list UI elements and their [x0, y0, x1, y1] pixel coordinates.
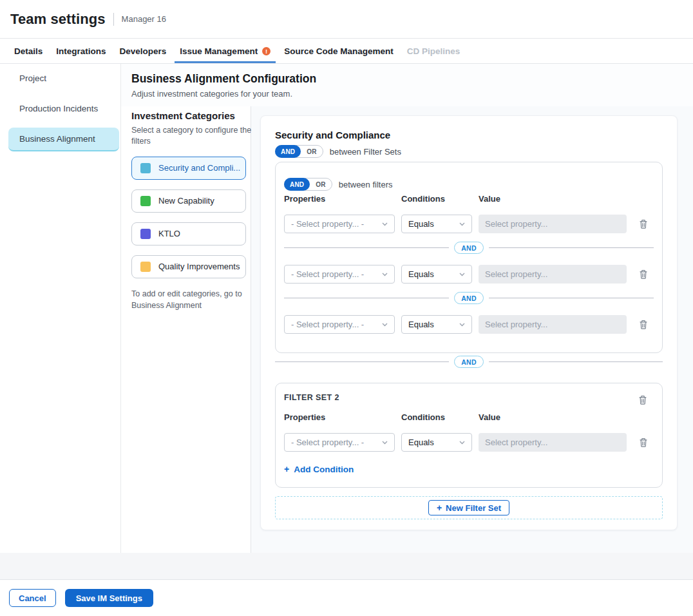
value-input[interactable]: Select property...	[479, 315, 627, 334]
tab-developers[interactable]: Developers	[120, 39, 167, 63]
section-title: Business Alignment Configuration	[131, 72, 683, 86]
tab-issue-management[interactable]: Issue Management !	[175, 39, 276, 63]
add-condition-button[interactable]: + Add Condition	[284, 465, 654, 474]
chevron-down-icon	[459, 273, 465, 276]
chevron-down-icon	[382, 222, 388, 226]
chevron-down-icon	[382, 441, 388, 445]
filter-row: - Select property... - Equals Select pro…	[284, 433, 654, 452]
chevron-down-icon	[459, 222, 465, 226]
category-color-swatch	[140, 163, 151, 173]
footer-spacer	[0, 553, 693, 580]
and-row-separator: AND	[284, 242, 654, 254]
value-input[interactable]: Select property...	[479, 433, 627, 452]
value-column-label: Value	[479, 412, 500, 422]
and-option[interactable]: AND	[275, 145, 301, 158]
category-ktlo[interactable]: KTLO	[131, 222, 246, 245]
action-footer: Cancel Save IM Settings	[0, 580, 693, 616]
sidebar-item-project[interactable]: Project	[8, 67, 119, 90]
category-color-swatch	[140, 262, 151, 272]
save-im-settings-button[interactable]: Save IM Settings	[65, 589, 153, 607]
value-input[interactable]: Select property...	[479, 265, 627, 284]
plus-icon: +	[437, 503, 442, 512]
categories-note: To add or edit categories, go to Busines…	[131, 288, 251, 311]
filter-row: - Select property... - Equals Select pro…	[284, 215, 654, 233]
chevron-down-icon	[459, 441, 465, 445]
condition-select[interactable]: Equals	[401, 215, 472, 233]
category-security-and-compliance[interactable]: Security and Compli...	[131, 157, 246, 180]
plus-icon: +	[284, 465, 289, 474]
tab-bar: Details Integrations Developers Issue Ma…	[0, 39, 693, 64]
property-select[interactable]: - Select property... -	[284, 433, 395, 452]
chevron-down-icon	[459, 323, 465, 327]
tab-cd-pipelines[interactable]: CD Pipelines	[407, 39, 460, 63]
filter-columns-header: Properties Conditions Value	[284, 412, 654, 422]
value-column-label: Value	[479, 194, 500, 204]
tab-integrations[interactable]: Integrations	[56, 39, 106, 63]
filter-set-2-title: FILTER SET 2	[284, 393, 339, 402]
sidebar-item-production-incidents[interactable]: Production Incidents	[8, 97, 119, 120]
filters-card-title: Security and Compliance	[275, 130, 663, 140]
condition-select[interactable]: Equals	[401, 433, 472, 452]
filter-set-1: AND OR between filters Properties Condit…	[275, 162, 663, 353]
delete-filter-set-button[interactable]	[638, 395, 647, 405]
sidebar-item-business-alignment[interactable]: Business Alignment	[8, 128, 119, 151]
chevron-down-icon	[382, 273, 388, 276]
trash-icon	[639, 269, 648, 280]
or-option[interactable]: OR	[310, 181, 331, 188]
category-quality-improvements[interactable]: Quality Improvements	[131, 255, 246, 278]
delete-row-button[interactable]	[639, 320, 648, 330]
and-separator-pill: AND	[454, 242, 483, 254]
delete-row-button[interactable]	[639, 269, 648, 280]
value-input[interactable]: Select property...	[479, 215, 627, 233]
categories-title: Investment Categories	[131, 110, 251, 121]
and-row-separator: AND	[284, 292, 654, 304]
filter-configuration-area: Security and Compliance AND OR between F…	[251, 106, 693, 553]
filter-row: - Select property... - Equals Select pro…	[284, 315, 654, 334]
section-subtitle: Adjust investment categories for your te…	[131, 89, 683, 99]
condition-select[interactable]: Equals	[401, 315, 472, 334]
page-title: Team settings	[10, 11, 106, 28]
category-color-swatch	[140, 196, 151, 206]
categories-hint: Select a category to configure the filte…	[131, 125, 255, 147]
filter-set-2: FILTER SET 2 Propert	[275, 383, 663, 488]
trash-icon	[639, 320, 648, 330]
warning-icon: !	[262, 47, 271, 55]
delete-row-button[interactable]	[639, 438, 648, 448]
properties-column-label: Properties	[284, 194, 401, 204]
manager-label: Manager 16	[122, 14, 166, 24]
chevron-down-icon	[382, 323, 388, 327]
category-color-swatch	[140, 229, 151, 239]
tab-source-code-management[interactable]: Source Code Management	[284, 39, 394, 63]
filter-row: - Select property... - Equals Select pro…	[284, 265, 654, 284]
new-filter-set-area: + New Filter Set	[275, 496, 663, 519]
new-filter-set-button[interactable]: + New Filter Set	[428, 500, 509, 515]
trash-icon	[638, 395, 647, 405]
and-or-toggle-sets[interactable]: AND OR	[275, 145, 323, 158]
conditions-column-label: Conditions	[401, 194, 479, 204]
cancel-button[interactable]: Cancel	[9, 589, 56, 607]
property-select[interactable]: - Select property... -	[284, 315, 395, 334]
section-header: Business Alignment Configuration Adjust …	[121, 64, 693, 106]
and-separator-pill: AND	[454, 292, 483, 304]
property-select[interactable]: - Select property... -	[284, 265, 395, 284]
settings-sidebar: Project Production Incidents Business Al…	[0, 64, 121, 553]
trash-icon	[639, 438, 648, 448]
and-option[interactable]: AND	[284, 178, 310, 191]
category-filters-card: Security and Compliance AND OR between F…	[260, 115, 678, 530]
investment-categories-panel: Investment Categories Select a category …	[121, 106, 251, 553]
delete-row-button[interactable]	[639, 219, 648, 229]
trash-icon	[639, 219, 648, 229]
between-filter-sets-label: between Filter Sets	[330, 147, 401, 157]
title-divider	[113, 13, 114, 26]
filter-columns-header: Properties Conditions Value	[284, 194, 654, 204]
and-or-toggle-filters[interactable]: AND OR	[284, 178, 332, 191]
or-option[interactable]: OR	[301, 148, 322, 155]
property-select[interactable]: - Select property... -	[284, 215, 395, 233]
condition-select[interactable]: Equals	[401, 265, 472, 284]
top-header: Team settings Manager 16	[0, 0, 693, 39]
tab-details[interactable]: Details	[14, 39, 43, 63]
and-separator-pill: AND	[454, 356, 483, 368]
and-set-separator: AND	[275, 356, 663, 368]
category-new-capability[interactable]: New Capability	[131, 189, 246, 213]
conditions-column-label: Conditions	[401, 412, 479, 422]
